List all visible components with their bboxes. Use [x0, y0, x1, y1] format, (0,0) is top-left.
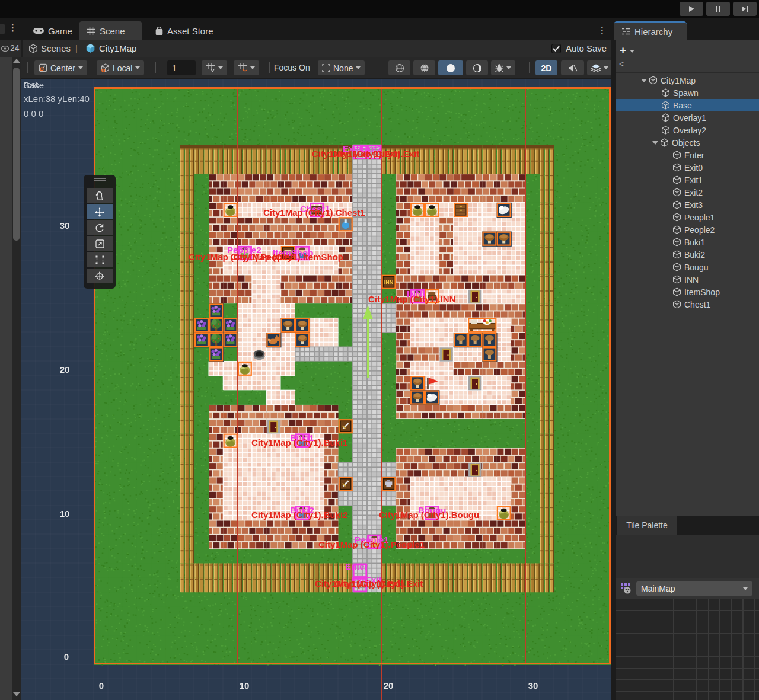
toolbar-handle[interactable] [527, 62, 530, 73]
hierarchy-item-exit2[interactable]: Exit2 [616, 186, 759, 199]
auto-save-label: Auto Save [566, 43, 607, 53]
hierarchy-item-city1map[interactable]: City1Map [616, 74, 759, 87]
shading-wireframe-button[interactable] [388, 60, 410, 75]
toolbar-handle[interactable] [267, 62, 270, 73]
focus-on-label: Focus On [274, 63, 310, 72]
object-label: City1Map (City1).Buki2 [251, 510, 348, 519]
collapse-arrow[interactable]: < [619, 59, 624, 69]
orientation-button[interactable]: Local [97, 60, 144, 75]
crescent-icon [473, 63, 482, 73]
auto-save-checkbox[interactable] [551, 44, 561, 53]
hierarchy-item-buki1[interactable]: Buki1 [616, 236, 759, 248]
hierarchy-item-exit0[interactable]: Exit0 [616, 161, 759, 174]
rotate-tool[interactable] [87, 220, 113, 235]
add-dropdown-icon[interactable] [630, 50, 634, 53]
scale-tool[interactable] [87, 236, 113, 251]
pause-button[interactable] [706, 2, 730, 16]
divider [21, 40, 23, 57]
shading-shaded-button[interactable] [438, 60, 463, 75]
play-icon [688, 5, 695, 12]
hierarchy-item-label: Base [673, 101, 692, 110]
hierarchy-item-exit1[interactable]: Exit1 [616, 174, 759, 186]
breadcrumb-scenes[interactable]: Scenes [41, 43, 71, 53]
floating-tool-palette [84, 175, 116, 289]
toolbar-handle[interactable] [25, 62, 28, 73]
hierarchy-item-bougu[interactable]: Bougu [616, 261, 759, 273]
tile-palette-grid[interactable] [616, 599, 759, 700]
hierarchy-item-itemshop[interactable]: ItemShop [616, 286, 759, 298]
hierarchy-item-enter[interactable]: Enter [616, 149, 759, 161]
hierarchy-item-overlay1[interactable]: Overlay1 [616, 111, 759, 124]
bag-icon [155, 27, 163, 36]
hierarchy-item-label: Chest1 [684, 300, 710, 309]
hierarchy-item-people1[interactable]: People1 [616, 211, 759, 223]
expand-arrow-icon[interactable] [641, 79, 647, 82]
expand-arrow-icon[interactable] [652, 141, 658, 145]
kebab-menu-icon[interactable]: ⋮ [8, 23, 17, 33]
tab-tile-palette[interactable]: Tile Palette [617, 516, 677, 535]
hierarchy-item-label: Overlay2 [673, 126, 706, 135]
ruler-label: 10 [60, 509, 70, 519]
audio-toggle-button[interactable] [561, 60, 584, 75]
scroll-down-icon[interactable] [13, 692, 20, 696]
hierarchy-item-spawn[interactable]: Spawn [616, 87, 759, 99]
hierarchy-item-label: Exit0 [684, 163, 703, 172]
hierarchy-item-overlay2[interactable]: Overlay2 [616, 124, 759, 136]
hierarchy-item-inn[interactable]: INN [616, 273, 759, 286]
palette-handle [94, 180, 106, 181]
add-object-button[interactable]: + [620, 44, 626, 57]
hierarchy-item-buki2[interactable]: Buki2 [616, 248, 759, 261]
gameobject-cube-icon [672, 225, 681, 234]
palette-handle[interactable] [94, 178, 106, 179]
panel-divider[interactable] [611, 40, 616, 700]
visibility-count[interactable]: 24 [10, 43, 20, 53]
palette-brush-icon[interactable] [620, 583, 632, 594]
hierarchy-item-objects[interactable]: Objects [616, 136, 759, 149]
step-button[interactable] [733, 2, 757, 16]
rect-tool[interactable] [87, 252, 113, 267]
hierarchy-item-base[interactable]: Base [616, 99, 759, 111]
scrollbar-thumb[interactable] [13, 68, 20, 241]
move-tool[interactable] [87, 204, 113, 219]
pivot-button[interactable]: Center [34, 60, 87, 75]
hand-tool[interactable] [87, 188, 113, 203]
gameobject-cube-icon [672, 300, 681, 309]
snap-increment-button[interactable] [234, 60, 259, 75]
hierarchy-item-people2[interactable]: People2 [616, 223, 759, 236]
tab-scene[interactable]: Scene [79, 21, 142, 40]
palette-select[interactable]: MainMap [636, 581, 752, 596]
shading-shaded-wire-button[interactable] [413, 60, 435, 75]
toolbar-handle[interactable] [155, 62, 158, 73]
step-icon [741, 5, 749, 12]
layers-icon [591, 64, 601, 72]
transform-tool[interactable] [87, 269, 113, 283]
hierarchy-item-chest1[interactable]: Chest1 [616, 298, 759, 311]
effects-button[interactable] [587, 60, 613, 75]
orientation-label: Local [113, 63, 132, 73]
scroll-up-icon[interactable] [13, 59, 20, 63]
tab-label: Hierarchy [634, 27, 672, 37]
focus-none-button[interactable]: None [318, 60, 365, 75]
tab-asset-store[interactable]: Asset Store [147, 21, 222, 40]
hierarchy-item-label: Buki1 [684, 238, 705, 247]
tab-hierarchy[interactable]: Hierarchy [614, 21, 687, 40]
grid-snap-button[interactable] [202, 60, 227, 75]
ruler-label: 30 [60, 220, 70, 231]
debug-draw-button[interactable] [491, 60, 515, 75]
2d-toggle-button[interactable]: 2D [535, 60, 557, 75]
hierarchy-item-label: Buki2 [684, 250, 705, 260]
grid-size-input[interactable]: 1 [167, 60, 196, 75]
hierarchy-item-exit3[interactable]: Exit3 [616, 199, 759, 211]
play-button[interactable] [680, 2, 703, 16]
breadcrumb-current[interactable]: City1Map [99, 43, 136, 53]
scene-kebab-icon[interactable]: ⋮ [598, 25, 607, 36]
dashed-rect-icon [322, 64, 330, 72]
tab-label: Asset Store [167, 26, 213, 36]
lighting-toggle-button[interactable] [466, 60, 488, 75]
transform-icon [95, 271, 104, 281]
tab-game[interactable]: Game [25, 21, 81, 40]
scene-viewport[interactable]: Exit0Exit2Chest1People2ItemShopINNBuki1B… [21, 79, 611, 700]
ruler-label: 30 [528, 680, 538, 691]
gameobject-cube-icon [672, 275, 681, 284]
chevron-down-icon [743, 587, 748, 590]
